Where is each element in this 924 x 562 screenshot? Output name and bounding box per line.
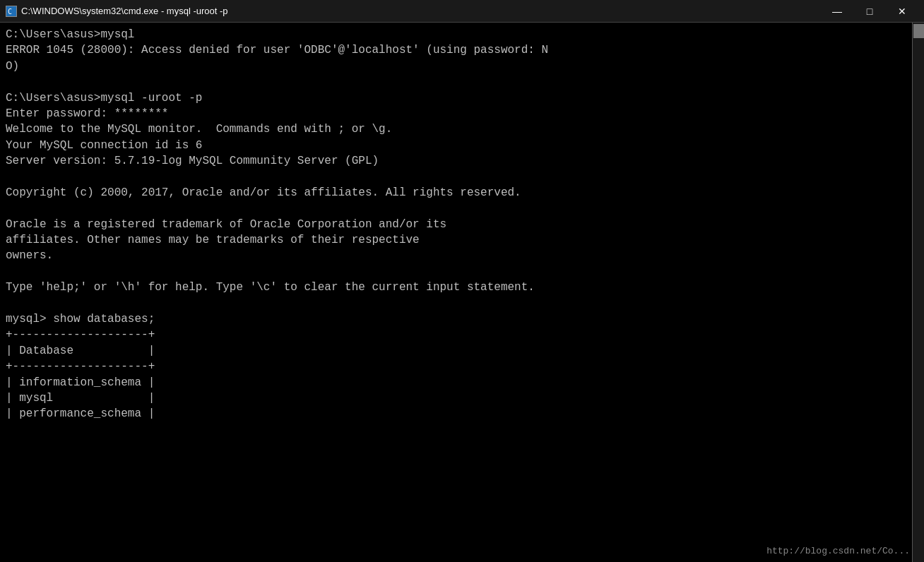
console-line: C:\Users\asus>mysql -uroot -p	[6, 90, 918, 106]
table-border-top: +--------------------+	[6, 327, 918, 342]
maximize-button[interactable]: □	[853, 0, 886, 23]
window-title: C:\WINDOWS\system32\cmd.exe - mysql -uro…	[21, 6, 228, 16]
console-line: owners.	[6, 248, 918, 263]
console-blank	[6, 74, 918, 90]
console-line: O)	[6, 59, 918, 74]
minimize-button[interactable]: —	[821, 0, 853, 23]
console-line: Enter password: ********	[6, 106, 918, 121]
console-line: ERROR 1045 (28000): Access denied for us…	[6, 42, 918, 58]
title-bar-controls: — □ ✕	[821, 0, 918, 23]
scrollbar-thumb[interactable]	[913, 24, 924, 38]
console-line: Your MySQL connection id is 6	[6, 138, 918, 153]
console-line: C:\Users\asus>mysql	[6, 27, 918, 42]
console-line: Type 'help;' or '\h' for help. Type '\c'…	[6, 280, 918, 295]
close-button[interactable]: ✕	[886, 0, 918, 23]
scrollbar[interactable]	[912, 23, 924, 562]
title-bar: C C:\WINDOWS\system32\cmd.exe - mysql -u…	[0, 0, 924, 23]
console-line: Server version: 5.7.19-log MySQL Communi…	[6, 153, 918, 169]
mysql-prompt-line: mysql> show databases;	[6, 311, 918, 327]
table-header: | Database |	[6, 343, 918, 359]
console-blank	[6, 201, 918, 216]
table-row-1: | information_schema |	[6, 375, 918, 390]
console-blank	[6, 169, 918, 185]
table-row-2: | mysql |	[6, 390, 918, 406]
watermark: http://blog.csdn.net/Co...	[766, 545, 910, 558]
console-line: Oracle is a registered trademark of Orac…	[6, 217, 918, 232]
title-bar-left: C C:\WINDOWS\system32\cmd.exe - mysql -u…	[6, 6, 228, 17]
console-line: affiliates. Other names may be trademark…	[6, 232, 918, 248]
console-line: Welcome to the MySQL monitor. Commands e…	[6, 121, 918, 137]
console-blank	[6, 264, 918, 280]
table-border-mid: +--------------------+	[6, 359, 918, 374]
cmd-icon: C	[6, 6, 17, 17]
copyright-line: Copyright (c) 2000, 2017, Oracle and/or …	[6, 185, 918, 201]
svg-text:C: C	[8, 8, 12, 16]
console-blank	[6, 296, 918, 311]
table-row-3: | performance_schema |	[6, 406, 918, 422]
console-area: C:\Users\asus>mysql ERROR 1045 (28000): …	[0, 23, 924, 562]
